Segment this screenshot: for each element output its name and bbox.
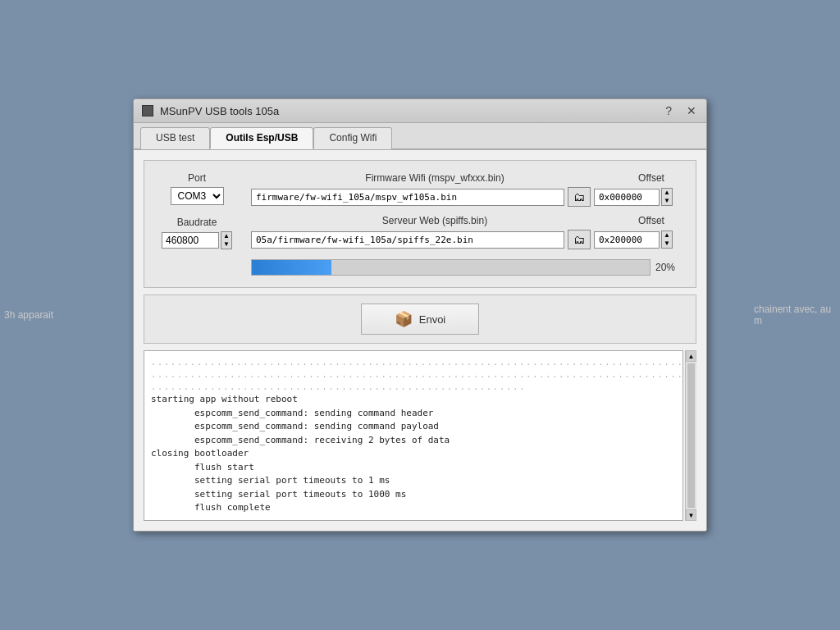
sw-offset-up[interactable]: ▲ bbox=[662, 231, 672, 240]
log-panel[interactable]: ........................................… bbox=[144, 350, 683, 521]
main-window: MSunPV USB tools 105a ? ✕ USB test Outil… bbox=[133, 98, 707, 532]
main-content: Port COM3 COM1 COM2 COM4 Baudrate bbox=[134, 150, 706, 531]
port-select-row: COM3 COM1 COM2 COM4 bbox=[171, 187, 224, 205]
firmware-wifi-label: Firmware Wifi (mspv_wfxxx.bin) bbox=[251, 172, 619, 184]
upper-panel: Port COM3 COM1 COM2 COM4 Baudrate bbox=[144, 160, 696, 288]
fw-offset-up[interactable]: ▲ bbox=[662, 189, 672, 197]
fw-offset-down[interactable]: ▼ bbox=[662, 197, 672, 205]
send-button[interactable]: 📦 Envoi bbox=[361, 304, 480, 335]
log-line-4: starting app without reboot bbox=[151, 393, 666, 407]
firmware-wifi-offset-label: Offset bbox=[619, 172, 684, 184]
log-line-10: setting serial port timeouts to 1 ms bbox=[151, 474, 666, 488]
serveur-web-offset-label: Offset bbox=[619, 215, 684, 226]
serveur-web-browse-btn[interactable]: 🗂 bbox=[568, 230, 591, 249]
left-controls: Port COM3 COM1 COM2 COM4 Baudrate bbox=[156, 172, 238, 276]
serveur-web-offset-spinner: ▲ ▼ bbox=[661, 231, 673, 249]
serveur-web-offset-row: ▲ ▼ bbox=[594, 231, 684, 249]
baudrate-input[interactable] bbox=[162, 232, 219, 249]
serveur-web-header: Serveur Web (spiffs.bin) Offset bbox=[251, 215, 684, 226]
app-icon bbox=[142, 105, 153, 116]
firmware-wifi-input-row: 🗂 ▲ ▼ bbox=[251, 187, 684, 207]
side-text-left: 3h apparait bbox=[0, 305, 90, 325]
tab-bar: USB test Outils Esp/USB Config Wifi bbox=[134, 123, 706, 150]
tab-outils-esp[interactable]: Outils Esp/USB bbox=[210, 127, 313, 149]
baudrate-down[interactable]: ▼ bbox=[221, 240, 231, 249]
side-text-right: chainent avec, au m bbox=[750, 299, 840, 331]
scroll-thumb[interactable] bbox=[687, 363, 695, 508]
progress-bar-fill bbox=[252, 260, 331, 275]
firmware-wifi-offset-spinner: ▲ ▼ bbox=[661, 188, 673, 206]
log-line-9: flush start bbox=[151, 461, 666, 475]
serveur-web-path-input[interactable] bbox=[251, 231, 564, 249]
log-line-5: espcomm_send_command: sending command he… bbox=[151, 407, 666, 421]
title-bar-right: ? ✕ bbox=[664, 104, 698, 117]
serveur-web-input-row: 🗂 ▲ ▼ bbox=[251, 230, 684, 249]
title-bar-left: MSunPV USB tools 105a bbox=[142, 105, 279, 117]
log-line-6: espcomm_send_command: sending command pa… bbox=[151, 420, 666, 434]
close-button[interactable]: ✕ bbox=[685, 104, 698, 117]
port-group: Port COM3 COM1 COM2 COM4 bbox=[156, 172, 238, 205]
port-label: Port bbox=[188, 172, 206, 184]
firmware-wifi-header: Firmware Wifi (mspv_wfxxx.bin) Offset bbox=[251, 172, 684, 184]
window-title: MSunPV USB tools 105a bbox=[160, 105, 279, 117]
baudrate-group: Baudrate ▲ ▼ bbox=[156, 217, 238, 249]
log-dots-1: ........................................… bbox=[151, 356, 666, 368]
log-line-8: closing bootloader bbox=[151, 447, 666, 461]
baudrate-select-row: ▲ ▼ bbox=[162, 231, 232, 249]
firmware-wifi-path-input[interactable] bbox=[251, 189, 564, 206]
serveur-web-label: Serveur Web (spiffs.bin) bbox=[251, 215, 619, 226]
send-button-label: Envoi bbox=[419, 313, 446, 326]
serveur-web-offset-input[interactable] bbox=[594, 231, 660, 249]
log-scrollbar[interactable]: ▲ ▼ bbox=[685, 350, 696, 521]
tab-config-wifi[interactable]: Config Wifi bbox=[313, 127, 392, 149]
scroll-down-btn[interactable]: ▼ bbox=[686, 509, 696, 521]
send-panel: 📦 Envoi bbox=[144, 294, 696, 344]
port-select[interactable]: COM3 COM1 COM2 COM4 bbox=[171, 187, 224, 205]
log-line-11: setting serial port timeouts to 1000 ms bbox=[151, 488, 666, 502]
serveur-web-row: Serveur Web (spiffs.bin) Offset 🗂 ▲ ▼ bbox=[251, 215, 684, 249]
help-button[interactable]: ? bbox=[664, 104, 673, 117]
log-dots-3: ........................................… bbox=[151, 381, 666, 393]
log-line-12: flush complete bbox=[151, 501, 666, 515]
progress-text: 20% bbox=[655, 262, 684, 273]
title-bar: MSunPV USB tools 105a ? ✕ bbox=[134, 99, 706, 123]
right-controls: Firmware Wifi (mspv_wfxxx.bin) Offset 🗂 … bbox=[251, 172, 684, 276]
firmware-wifi-offset-row: ▲ ▼ bbox=[594, 188, 684, 206]
folder-icon-2: 🗂 bbox=[573, 233, 585, 246]
firmware-wifi-offset-input[interactable] bbox=[594, 189, 660, 206]
scroll-up-btn[interactable]: ▲ bbox=[686, 350, 696, 362]
log-line-7: espcomm_send_command: receiving 2 bytes … bbox=[151, 434, 666, 448]
progress-row: 20% bbox=[251, 259, 684, 276]
folder-icon: 🗂 bbox=[573, 190, 585, 203]
baudrate-label: Baudrate bbox=[177, 217, 217, 228]
send-icon: 📦 bbox=[395, 310, 413, 328]
progress-bar-container bbox=[251, 259, 651, 276]
baudrate-up[interactable]: ▲ bbox=[221, 232, 231, 240]
firmware-wifi-row: Firmware Wifi (mspv_wfxxx.bin) Offset 🗂 … bbox=[251, 172, 684, 207]
firmware-wifi-browse-btn[interactable]: 🗂 bbox=[568, 187, 591, 207]
log-wrapper: ........................................… bbox=[144, 350, 696, 521]
sw-offset-down[interactable]: ▼ bbox=[662, 240, 672, 248]
log-dots-2: ........................................… bbox=[151, 368, 666, 381]
baudrate-spinner: ▲ ▼ bbox=[221, 231, 232, 249]
tab-usb-test[interactable]: USB test bbox=[140, 127, 210, 149]
